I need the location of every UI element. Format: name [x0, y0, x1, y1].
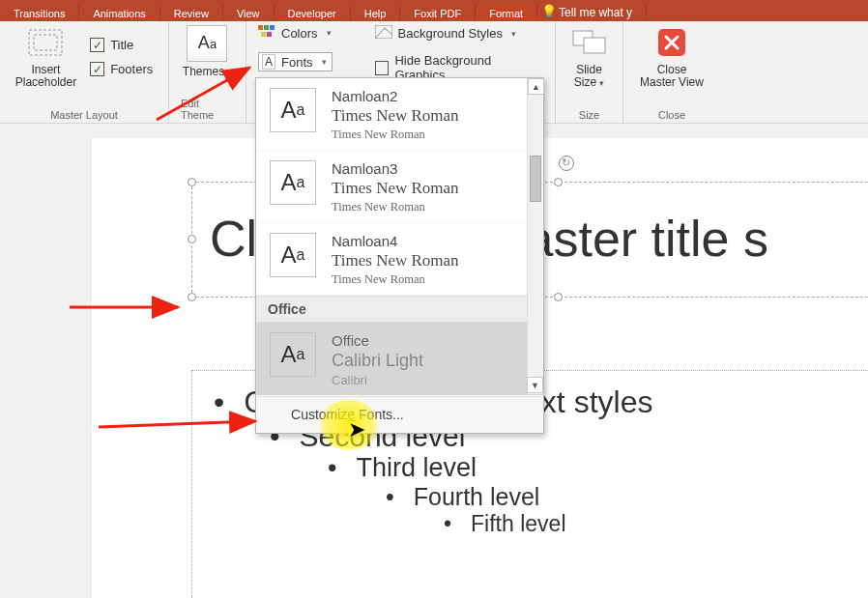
svg-rect-3	[264, 25, 269, 30]
insert-placeholder-label: Insert Placeholder	[15, 64, 76, 89]
colors-label: Colors	[281, 26, 318, 41]
customize-fonts-item[interactable]: Customize Fonts...	[256, 396, 543, 433]
font-scheme-heading: Times New Roman	[332, 106, 459, 126]
fonts-button[interactable]: A Fonts	[258, 52, 333, 71]
colors-icon	[258, 25, 275, 41]
font-scheme-item[interactable]: Aa Namloan4 Times New Roman Times New Ro…	[256, 223, 543, 296]
list-item[interactable]: Fifth level	[444, 511, 868, 537]
scroll-down-icon[interactable]: ▼	[527, 377, 543, 393]
font-scheme-name: Namloan2	[332, 88, 459, 104]
scroll-thumb[interactable]	[530, 156, 541, 202]
customize-fonts-label: C	[291, 407, 301, 422]
font-scheme-item[interactable]: Aa Namloan2 Times New Roman Times New Ro…	[256, 78, 543, 151]
slide-size-label: Slide Size	[574, 64, 604, 89]
font-scheme-body: Times New Roman	[332, 272, 459, 287]
close-master-label: Close Master View	[640, 64, 704, 89]
group-label: Close	[658, 109, 685, 121]
font-scheme-swatch: Aa	[270, 332, 316, 377]
slide-size-button[interactable]: Slide Size	[572, 25, 607, 89]
tab-developer[interactable]: Developer	[275, 5, 351, 21]
font-scheme-swatch: Aa	[270, 88, 316, 132]
tab-foxit[interactable]: Foxit PDF	[400, 5, 476, 21]
font-scheme-swatch: Aa	[270, 233, 316, 277]
tab-help[interactable]: Help	[351, 5, 401, 21]
themes-button[interactable]: Aa Themes	[183, 25, 232, 78]
svg-rect-4	[270, 25, 275, 30]
themes-label: Themes	[183, 66, 232, 78]
ribbon-tabs: Transitions Animations Review View Devel…	[0, 0, 868, 21]
checkbox-icon	[375, 61, 390, 75]
group-label: Size	[579, 109, 599, 121]
tab-format[interactable]: Format	[476, 5, 537, 21]
fonts-icon: A	[262, 54, 275, 70]
group-label: Master Layout	[50, 109, 118, 121]
footers-checkbox-label: Footers	[110, 62, 153, 76]
font-scheme-heading: Calibri Light	[332, 351, 423, 371]
svg-rect-9	[584, 38, 605, 53]
font-scheme-name: Namloan4	[332, 233, 459, 249]
bgstyles-icon	[375, 25, 392, 42]
scroll-up-icon[interactable]: ▲	[528, 78, 544, 95]
group-label: Edit Theme	[181, 98, 234, 121]
title-checkbox-label: Title	[110, 38, 133, 52]
group-edit-theme: Aa Themes Edit Theme	[169, 21, 246, 123]
svg-rect-6	[267, 32, 272, 37]
font-scheme-heading: Times New Roman	[332, 179, 459, 198]
tab-transitions[interactable]: Transitions	[0, 5, 79, 21]
fonts-dropdown: Aa Namloan2 Times New Roman Times New Ro…	[255, 77, 544, 434]
checkbox-icon	[90, 38, 104, 52]
rotate-handle[interactable]	[559, 156, 574, 171]
font-scheme-item[interactable]: Aa Namloan3 Times New Roman Times New Ro…	[256, 151, 543, 223]
group-master-layout: Insert Placeholder Title Footers Master …	[0, 21, 169, 123]
font-scheme-body: Times New Roman	[332, 128, 459, 142]
svg-rect-1	[34, 35, 57, 50]
tab-animations[interactable]: Animations	[79, 5, 159, 21]
close-icon	[654, 25, 689, 60]
font-scheme-heading: Times New Roman	[332, 251, 459, 271]
tab-review[interactable]: Review	[160, 5, 223, 21]
bgstyles-label: Background Styles	[398, 26, 503, 41]
list-item[interactable]: Fourth level	[386, 483, 868, 511]
footers-checkbox[interactable]: Footers	[90, 62, 153, 76]
svg-rect-2	[258, 25, 263, 30]
font-scheme-swatch: Aa	[270, 160, 316, 205]
colors-button[interactable]: Colors	[258, 25, 333, 41]
insert-placeholder-button[interactable]: Insert Placeholder	[15, 25, 76, 89]
title-checkbox[interactable]: Title	[90, 38, 153, 52]
dropdown-scrollbar[interactable]: ▲	[527, 78, 543, 394]
font-scheme-name: Namloan3	[332, 160, 459, 177]
slide-size-icon	[572, 25, 607, 60]
tell-me[interactable]: Tell me what y	[537, 3, 647, 21]
font-scheme-body: Times New Roman	[332, 200, 459, 214]
placeholder-icon	[28, 25, 63, 60]
tab-view[interactable]: View	[223, 5, 275, 21]
themes-icon: Aa	[187, 25, 227, 62]
group-size: Slide Size Size	[556, 21, 623, 123]
group-close: Close Master View Close	[623, 21, 720, 123]
checkbox-icon	[90, 62, 104, 76]
list-item[interactable]: Third level	[328, 453, 868, 483]
font-scheme-body: Calibri	[332, 373, 423, 387]
close-master-button[interactable]: Close Master View	[640, 25, 704, 89]
fonts-section-header: Office	[256, 296, 543, 323]
cursor-icon: ➤	[348, 417, 365, 442]
font-scheme-item-office[interactable]: Aa Office Calibri Light Calibri	[256, 323, 543, 396]
svg-rect-5	[261, 32, 266, 37]
bgstyles-button[interactable]: Background Styles	[375, 25, 543, 42]
font-scheme-name: Office	[332, 332, 423, 349]
fonts-label: Fonts	[281, 55, 313, 70]
